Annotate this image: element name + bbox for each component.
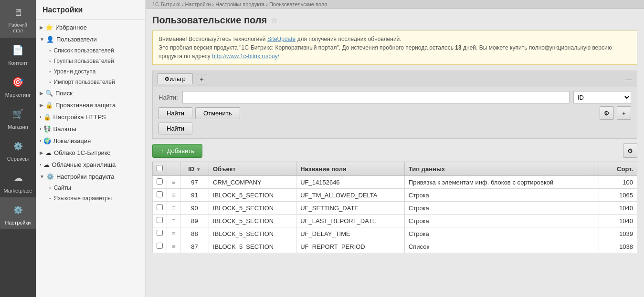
submenu-item-cloud[interactable]: ▶ ☁ Облако 1С-Битрикс [36, 147, 145, 159]
alert-buy-link[interactable]: http://www.1c-bitrix.ru/buy/ [212, 53, 279, 60]
filter-minimize-button[interactable]: — [625, 75, 632, 83]
services-icon: ⚙️ [10, 137, 27, 154]
row-checkbox-cell [153, 202, 167, 215]
submenu-item-users[interactable]: ▼ 👤 Пользователи [36, 33, 145, 45]
sidebar-item-settings[interactable]: ⚙️ Настройки [0, 197, 36, 229]
sidebar-item-content[interactable]: 📄 Контент [0, 38, 36, 70]
submenu-label-locale: Локализация [53, 137, 91, 144]
shop-icon: 🛒 [10, 105, 27, 123]
filter-plus-button[interactable]: + [617, 106, 631, 120]
row-checkbox-cell [153, 189, 167, 202]
alert-after-link: для получения последних обновлений. [296, 36, 401, 42]
submenu-item-locale[interactable]: • 🌍 Локализация [36, 135, 145, 147]
filter-field-select[interactable]: ID Название поля Объект [573, 91, 631, 103]
submenu-child-user-list[interactable]: Список пользователей [36, 45, 145, 56]
add-label: Добавить [167, 147, 194, 154]
drag-handle-icon[interactable]: ≡ [171, 191, 175, 199]
filter-tab-button[interactable]: Фильтр [158, 73, 193, 84]
filter-find-button[interactable]: Найти [158, 107, 192, 119]
row-object: IBLOCK_5_SECTION [209, 202, 296, 215]
alert-box: Внимание! Воспользуйтесь технологией Sit… [152, 31, 637, 65]
table-row: ≡ 88 IBLOCK_5_SECTION UF_DELAY_TIME Стро… [153, 227, 637, 240]
submenu-child-access-levels[interactable]: Уровни доступа [36, 66, 145, 77]
filter-standalone-find-button[interactable]: Найти [158, 123, 192, 134]
sort-arrow-icon[interactable]: ▼ [196, 167, 201, 172]
th-sort: Сорт. [599, 162, 637, 176]
submenu-item-cloudstorage[interactable]: • ☁ Облачные хранилища [36, 159, 145, 171]
row-id: 87 [180, 240, 209, 253]
breadcrumb: 1С-Битрикс › Настройки › Настройки проду… [146, 0, 644, 9]
sidebar-item-label-marketing: Маркетинг [5, 92, 31, 98]
favorite-star-icon[interactable]: ☆ [271, 16, 277, 25]
row-data-type: Строка [404, 215, 599, 227]
sidebar-item-label-desktop: Рабочийстол [9, 22, 27, 34]
th-object: Объект [209, 162, 296, 176]
row-drag-cell: ≡ [167, 189, 180, 202]
row-checkbox[interactable] [157, 243, 163, 249]
add-button[interactable]: + Добавить [152, 144, 202, 158]
fav-icon: ⭐ [45, 24, 53, 31]
row-checkbox[interactable] [157, 178, 163, 184]
filter-gear-button[interactable]: ⚙ [600, 106, 614, 120]
row-checkbox[interactable] [157, 217, 163, 223]
sidebar-item-services[interactable]: ⚙️ Сервисы [0, 133, 36, 165]
sidebar-item-shop[interactable]: 🛒 Магазин [0, 102, 36, 133]
alert-site-update-link[interactable]: SiteUpdate [267, 36, 296, 42]
submenu-item-fav[interactable]: ▶ ⭐ Избранное [36, 21, 145, 33]
submenu-title: Настройки [36, 0, 145, 20]
currency-icon: 💱 [43, 125, 51, 133]
drag-handle-icon[interactable]: ≡ [171, 204, 175, 212]
submenu-label-fav: Избранное [55, 24, 87, 31]
row-sort: 1039 [599, 227, 637, 240]
sidebar-item-marketing[interactable]: 🎯 Маркетинг [0, 70, 36, 102]
submenu-child-lang-params[interactable]: Языковые параметры [36, 193, 145, 204]
arrow-icon-users: ▼ [40, 37, 44, 42]
drag-handle-icon[interactable]: ≡ [171, 243, 175, 250]
row-field-name: UF_14152646 [296, 176, 405, 189]
select-all-checkbox[interactable] [157, 165, 163, 171]
table-header-row: ID ▼ Объект Название поля Тип данных Сор… [153, 162, 637, 176]
row-drag-cell: ≡ [167, 176, 180, 189]
drag-handle-icon[interactable]: ≡ [171, 178, 175, 186]
row-checkbox-cell [153, 227, 167, 240]
submenu-label-search: Поиск [55, 90, 73, 97]
filter-add-button[interactable]: + [197, 74, 207, 84]
row-object: IBLOCK_5_SECTION [209, 240, 296, 253]
arrow-icon-locale: • [40, 138, 42, 143]
table-body: ≡ 97 CRM_COMPANY UF_14152646 Привязка к … [153, 176, 637, 253]
sidebar-item-label-content: Контент [8, 60, 28, 66]
submenu-item-currency[interactable]: • 💱 Валюты [36, 123, 145, 135]
row-data-type: Строка [404, 202, 599, 215]
page-area: Пользовательские поля ☆ Внимание! Воспол… [146, 9, 644, 297]
submenu-child-user-groups[interactable]: Группы пользователей [36, 56, 145, 66]
row-id: 89 [180, 215, 209, 227]
sidebar-item-label-services: Сервисы [7, 156, 29, 162]
table-settings-button[interactable]: ⚙ [623, 143, 637, 158]
filter-search-input[interactable] [182, 91, 570, 103]
drag-handle-icon[interactable]: ≡ [171, 217, 175, 225]
submenu-item-search[interactable]: ▶ 🔍 Поиск [36, 87, 145, 99]
filter-cancel-button[interactable]: Отменить [195, 107, 240, 119]
th-drag [167, 162, 180, 176]
settings-icon: ⚙️ [10, 201, 27, 218]
submenu-item-proactive[interactable]: ▶ 🔒 Проактивная защита [36, 99, 145, 111]
sidebar-item-desktop[interactable]: 🖥 Рабочийстол [0, 0, 36, 38]
submenu-item-product-settings[interactable]: ▼ ⚙️ Настройки продукта [36, 171, 145, 183]
submenu-child-sites[interactable]: Сайты [36, 183, 145, 193]
drag-handle-icon[interactable]: ≡ [171, 230, 175, 237]
row-object: CRM_COMPANY [209, 176, 296, 189]
sidebar-item-marketplace[interactable]: ☁ Marketplace [0, 165, 36, 197]
row-checkbox[interactable] [157, 204, 163, 210]
submenu-item-https[interactable]: • 🔒 Настройка HTTPS [36, 111, 145, 123]
row-sort: 1040 [599, 215, 637, 227]
plus-icon: + [622, 110, 626, 117]
filter-header-left: Фильтр + [158, 73, 207, 84]
row-checkbox[interactable] [157, 191, 163, 197]
filter-find-label: Найти: [158, 94, 179, 101]
table-row: ≡ 90 IBLOCK_5_SECTION UF_SETTING_DATE Ст… [153, 202, 637, 215]
row-checkbox[interactable] [157, 230, 163, 236]
submenu-label-cloud: Облако 1С-Битрикс [54, 149, 110, 156]
submenu-child-import-users[interactable]: Импорт пользователей [36, 77, 145, 87]
arrow-icon-cloudstorage: • [40, 162, 42, 167]
table-toolbar: + Добавить ⚙ [152, 143, 637, 158]
